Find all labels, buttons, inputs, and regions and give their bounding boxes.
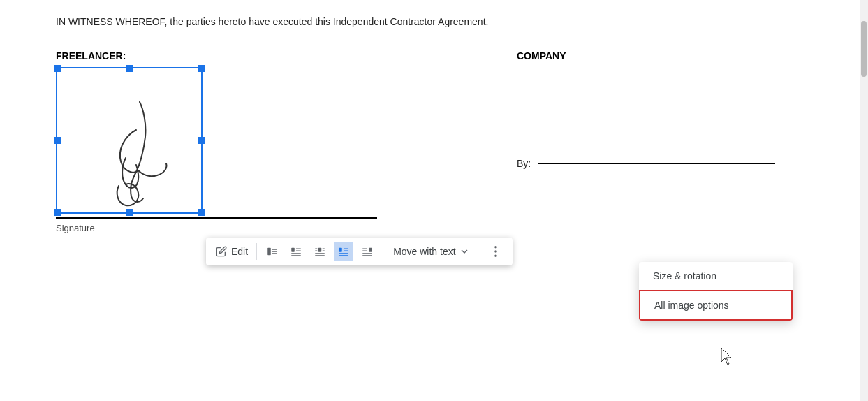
divider-1: [256, 243, 257, 260]
svg-rect-21: [369, 248, 372, 252]
freelancer-label: FREELANCER:: [56, 50, 377, 61]
svg-rect-16: [339, 248, 342, 252]
position-dropdown[interactable]: Move with text: [389, 246, 473, 257]
more-icon: [494, 245, 497, 258]
svg-rect-9: [318, 248, 322, 252]
signature-caption: Signature: [56, 223, 377, 233]
wrap-inline-btn[interactable]: [263, 242, 282, 261]
all-image-options-item[interactable]: All image options: [639, 290, 793, 321]
divider-3: [480, 243, 480, 260]
divider-2: [383, 243, 383, 260]
mouse-cursor: [721, 348, 735, 367]
svg-rect-0: [267, 248, 271, 256]
position-label: Move with text: [393, 246, 455, 257]
by-line: [538, 163, 775, 164]
svg-point-28: [494, 255, 497, 258]
scrollbar-thumb[interactable]: [861, 21, 867, 77]
svg-point-27: [494, 250, 497, 253]
svg-rect-4: [291, 248, 295, 252]
svg-point-26: [494, 246, 497, 249]
dropdown-arrow-icon: [459, 246, 470, 257]
company-label: COMPANY: [517, 50, 775, 61]
context-menu: Size & rotation All image options: [639, 262, 793, 321]
wrap-right-btn[interactable]: [358, 242, 377, 261]
intro-paragraph: IN WITNESS WHEREOF, the parties hereto h…: [56, 14, 684, 29]
by-label: By:: [517, 158, 531, 169]
signature-svg: [56, 67, 203, 214]
signature-line: [56, 217, 377, 219]
wrap-break-btn[interactable]: [310, 242, 330, 261]
signature-image[interactable]: [56, 67, 203, 214]
scrollbar[interactable]: [860, 0, 868, 401]
image-toolbar: Edit: [206, 238, 513, 265]
wrap-full-btn[interactable]: [334, 242, 353, 261]
edit-button[interactable]: Edit: [213, 246, 251, 257]
edit-label: Edit: [231, 246, 248, 257]
size-rotation-item[interactable]: Size & rotation: [639, 262, 793, 290]
more-options-button[interactable]: [486, 242, 506, 261]
wrap-left-btn[interactable]: [286, 242, 306, 261]
